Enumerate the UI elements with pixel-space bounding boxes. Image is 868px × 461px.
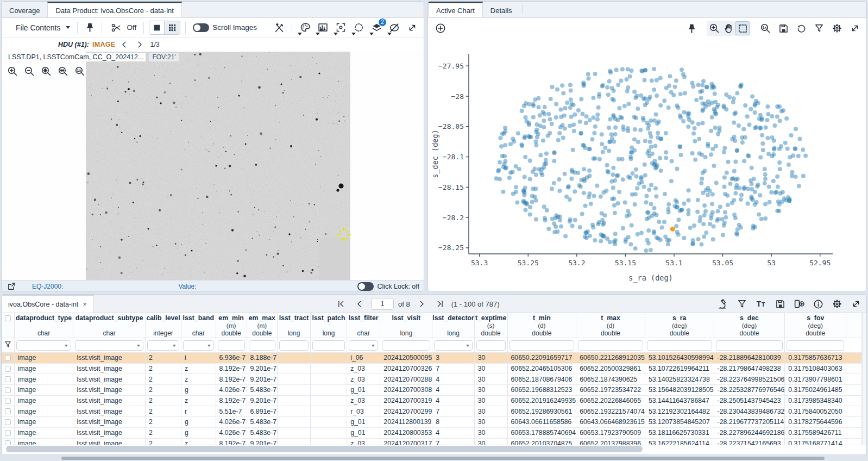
row-checkbox[interactable]	[5, 355, 11, 361]
cell-em_min[interactable]: 5.51e-7	[216, 406, 247, 417]
info-icon[interactable]	[811, 297, 825, 311]
cell-em_max[interactable]: 9.201e-7	[247, 395, 278, 406]
chevron-left-icon[interactable]	[353, 297, 367, 311]
plus-circle-icon[interactable]	[433, 21, 448, 35]
filter-icon[interactable]	[735, 297, 749, 311]
palette-icon[interactable]	[298, 21, 312, 35]
cell-lsst_visit[interactable]: 2024120700326	[380, 363, 432, 374]
column-header-t_max[interactable]: t_max(d)double	[576, 313, 645, 338]
page-first-icon[interactable]	[334, 297, 348, 311]
cell-lsst_tract[interactable]	[278, 385, 311, 396]
selected-point[interactable]	[670, 227, 675, 232]
cell-dataproduct_subtype[interactable]: lsst.visit_image	[73, 353, 146, 364]
cell-lsst_tract[interactable]	[278, 395, 311, 406]
zoom-1x-icon[interactable]: 1x	[758, 21, 772, 35]
horizontal-scrollbar[interactable]	[5, 445, 863, 453]
cell-lsst_filter[interactable]: z_03	[347, 363, 380, 374]
cell-dataproduct_subtype[interactable]: lsst.visit_image	[73, 385, 146, 396]
cell-s_ra[interactable]: 53.16222185624114	[645, 438, 714, 445]
table-row[interactable]: imagelsst.visit_image2z8.192e-79.201e-7z…	[2, 438, 862, 445]
column-header-t_exptime[interactable]: t_exptime(s)double	[474, 313, 507, 338]
center-focus-icon[interactable]	[334, 21, 348, 35]
scroll-images-toggle[interactable]: Scroll Images	[191, 22, 259, 33]
expand-icon[interactable]	[848, 21, 862, 35]
table-row[interactable]: imagelsst.visit_image2z8.192e-79.201e-7z…	[2, 374, 862, 385]
cell-dataproduct_subtype[interactable]: lsst.visit_image	[73, 395, 146, 406]
cell-t_min[interactable]: 60653.178885740694	[507, 427, 576, 438]
cell-lsst_filter[interactable]: g_01	[347, 417, 380, 428]
cell-t_max[interactable]: 60643.066468923615	[576, 417, 645, 428]
cell-dataproduct_type[interactable]: image	[14, 363, 73, 374]
column-header-em_min[interactable]: em_min(m)double	[216, 313, 247, 338]
filter-input-lsst_filter[interactable]	[349, 340, 378, 351]
cell-lsst_visit[interactable]: 2024120700319	[380, 395, 432, 406]
cell-lsst_tract[interactable]	[278, 363, 311, 374]
cell-dataproduct_subtype[interactable]: lsst.visit_image	[73, 406, 146, 417]
cell-lsst_filter[interactable]: i_06	[347, 353, 380, 364]
table-row[interactable]: imagelsst.visit_image2g4.026e-75.483e-7g…	[2, 417, 862, 428]
unlink-icon[interactable]	[387, 21, 401, 35]
page-last-icon[interactable]	[433, 297, 447, 311]
cell-lsst_patch[interactable]	[310, 438, 347, 445]
zoom-fit-icon[interactable]	[39, 64, 53, 78]
table-row[interactable]: imagelsst.visit_image2i6.936e-78.188e-7i…	[2, 353, 862, 364]
cell-dataproduct_type[interactable]: image	[14, 438, 73, 445]
cell-dataproduct_type[interactable]: image	[14, 427, 73, 438]
cell-dataproduct_subtype[interactable]: lsst.visit_image	[73, 438, 146, 445]
cell-lsst_detector[interactable]: 4	[432, 427, 475, 438]
cell-t_min[interactable]: 60652.18708679406	[507, 374, 576, 385]
filter-input-dataproduct_subtype[interactable]	[75, 340, 143, 351]
cell-t_min[interactable]: 60652.201916249935	[507, 395, 576, 406]
cell-dataproduct_type[interactable]: image	[14, 353, 73, 364]
grid-view-icon[interactable]	[165, 21, 180, 34]
row-checkbox[interactable]	[5, 398, 11, 404]
cell-s_fov[interactable]: 0.3175168771414	[785, 438, 846, 445]
table-row[interactable]: imagelsst.visit_image2z8.192e-79.201e-7z…	[2, 395, 862, 406]
cell-calib_level[interactable]: 2	[146, 417, 181, 428]
column-header-calib_level[interactable]: calib_level integer	[146, 313, 181, 338]
column-header-s_fov[interactable]: s_fov(deg)double	[785, 313, 846, 338]
cell-t_min[interactable]: 60650.22091659717	[507, 353, 576, 364]
cell-em_max[interactable]: 5.483e-7	[247, 385, 278, 396]
cell-t_exptime[interactable]: 30	[474, 363, 507, 374]
restore-icon[interactable]	[794, 21, 808, 35]
cell-lsst_band[interactable]: z	[181, 363, 216, 374]
filter-input-s_ra[interactable]	[647, 340, 712, 351]
filter-input-em_min[interactable]	[218, 340, 245, 351]
pin-icon[interactable]	[684, 21, 699, 35]
filter-input-t_min[interactable]	[510, 340, 575, 351]
cell-dataproduct_type[interactable]: image	[14, 395, 73, 406]
tab-active-chart[interactable]: Active Chart	[428, 2, 483, 17]
cell-t_min[interactable]: 60652.20465105306	[507, 363, 576, 374]
cell-em_max[interactable]: 9.201e-7	[247, 374, 278, 385]
column-header-lsst_visit[interactable]: lsst_visit long	[380, 313, 432, 338]
cell-s_fov[interactable]: 0.3175840052050	[785, 406, 846, 417]
cell-s_ra[interactable]: 53.12192302164482	[645, 406, 714, 417]
cell-lsst_detector[interactable]: 4	[432, 374, 475, 385]
cell-s_ra[interactable]: 53.101526430598994	[645, 353, 714, 364]
text-view-icon[interactable]: TT	[754, 297, 768, 311]
zoom-out-icon[interactable]	[22, 64, 36, 78]
cell-lsst_band[interactable]: z	[181, 374, 216, 385]
cell-dataproduct_subtype[interactable]: lsst.visit_image	[73, 363, 146, 374]
cell-s_ra[interactable]: 53.14411643786847	[645, 395, 714, 406]
tab-coverage[interactable]: Coverage	[2, 2, 47, 17]
cell-t_min[interactable]: 60652.19688312523	[507, 385, 576, 396]
cell-s_dec[interactable]: -28.227896244692186	[714, 427, 785, 438]
column-header-lsst_detector[interactable]: lsst_detector long	[432, 313, 475, 338]
cell-calib_level[interactable]: 2	[146, 353, 181, 364]
cell-lsst_patch[interactable]	[310, 395, 347, 406]
click-lock-toggle[interactable]: Click Lock: off	[357, 282, 419, 291]
histogram-icon[interactable]	[316, 21, 330, 35]
filter-input-lsst_tract[interactable]	[279, 340, 309, 351]
cell-dataproduct_type[interactable]: image	[14, 417, 73, 428]
cell-lsst_detector[interactable]: 7	[432, 406, 475, 417]
cell-t_exptime[interactable]: 30	[474, 406, 507, 417]
close-icon[interactable]: ×	[83, 300, 87, 308]
save-icon[interactable]	[773, 297, 787, 311]
row-checkbox[interactable]	[5, 366, 11, 372]
cell-lsst_visit[interactable]: 2024120700308	[380, 385, 432, 396]
cell-t_max[interactable]: 60652.20137988396	[576, 438, 645, 445]
cell-s_fov[interactable]: 0.3178275644596	[785, 417, 846, 428]
cell-lsst_tract[interactable]	[278, 406, 311, 417]
